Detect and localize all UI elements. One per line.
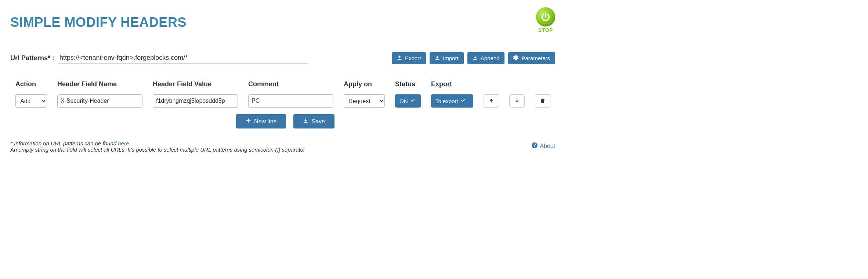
page-title: SIMPLE MODIFY HEADERS — [10, 15, 187, 30]
comment-input[interactable] — [248, 94, 333, 108]
plus-icon — [246, 118, 251, 125]
footer-info-prefix: * Information on URL patterns can be fou… — [10, 140, 118, 146]
status-toggle[interactable]: ON — [395, 94, 421, 108]
append-icon — [473, 55, 478, 61]
export-button-label: Export — [405, 55, 421, 61]
import-button-label: Import — [443, 55, 459, 61]
check-icon — [460, 98, 466, 104]
header-field-value-input[interactable] — [153, 94, 238, 108]
column-header-apply-on: Apply on — [344, 80, 385, 89]
url-patterns-input[interactable] — [58, 53, 308, 64]
stop-label: STOP — [536, 27, 555, 33]
parameters-button[interactable]: Parameters — [508, 52, 555, 64]
export-icon — [397, 55, 402, 61]
power-icon — [536, 7, 555, 26]
new-line-button[interactable]: New line — [236, 114, 286, 128]
to-export-toggle[interactable]: To export — [431, 94, 473, 108]
about-link[interactable]: About — [532, 142, 555, 150]
header-field-name-input[interactable] — [57, 94, 142, 108]
url-patterns-label: Url Patterns* : — [10, 54, 54, 62]
help-icon — [532, 142, 538, 150]
new-line-label: New line — [254, 118, 276, 125]
column-header-status: Status — [395, 80, 421, 89]
move-down-button[interactable] — [509, 94, 525, 108]
column-header-field-name: Header Field Name — [57, 80, 142, 89]
download-icon — [303, 118, 308, 125]
about-label: About — [540, 143, 555, 149]
footer-here-link[interactable]: here. — [118, 140, 130, 146]
append-button[interactable]: Append — [467, 52, 505, 64]
append-button-label: Append — [481, 55, 500, 61]
column-header-comment: Comment — [248, 80, 333, 89]
delete-button[interactable] — [535, 94, 550, 108]
check-icon — [410, 98, 415, 104]
arrow-up-icon — [489, 98, 494, 104]
footer-info-line2: An empty string on the field will select… — [10, 146, 305, 153]
column-header-export: Export — [431, 80, 473, 89]
status-label: ON — [399, 98, 408, 104]
move-up-button[interactable] — [484, 94, 499, 108]
import-icon — [435, 55, 440, 61]
apply-on-select[interactable]: Request — [344, 94, 385, 108]
column-header-action: Action — [15, 80, 47, 89]
export-button[interactable]: Export — [392, 52, 426, 64]
to-export-label: To export — [435, 98, 458, 104]
save-button[interactable]: Save — [293, 114, 334, 128]
import-button[interactable]: Import — [430, 52, 464, 64]
parameters-button-label: Parameters — [521, 55, 550, 61]
action-select[interactable]: Add — [15, 94, 47, 108]
save-label: Save — [311, 118, 325, 125]
trash-icon — [540, 98, 545, 104]
column-header-field-value: Header Field Value — [153, 80, 238, 89]
stop-button[interactable]: STOP — [536, 7, 555, 33]
gear-icon — [513, 55, 518, 61]
arrow-down-icon — [514, 98, 520, 104]
